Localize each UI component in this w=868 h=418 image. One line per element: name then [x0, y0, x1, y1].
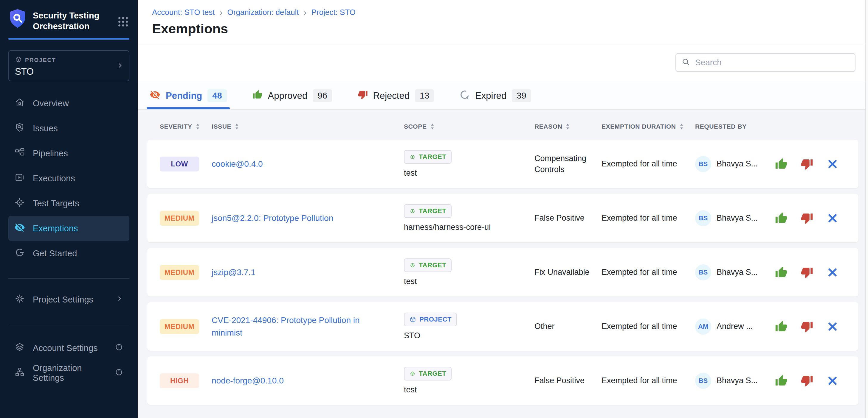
app-title: Security Testing Orchestration: [33, 8, 104, 32]
breadcrumb-project-link[interactable]: Project: STO: [311, 8, 355, 17]
table-row: MEDIUM json5@2.2.0: Prototype Pollution …: [147, 194, 859, 242]
issue-link[interactable]: CVE-2021-44906: Prototype Pollution in m…: [212, 314, 391, 339]
app-grid-icon[interactable]: [118, 17, 128, 28]
approve-button[interactable]: [775, 266, 788, 279]
severity-badge: MEDIUM: [160, 265, 199, 280]
sidebar-item-label: Executions: [33, 174, 75, 183]
issue-link[interactable]: json5@2.2.0: Prototype Pollution: [212, 212, 333, 224]
reject-button[interactable]: [800, 212, 813, 225]
tab-count-badge: 48: [208, 89, 226, 102]
requester-name: Bhavya S...: [717, 213, 758, 223]
sidebar-item-get-started[interactable]: Get Started: [8, 241, 129, 266]
chevron-right-icon: ›: [220, 9, 223, 16]
requester-name: Bhavya S...: [717, 376, 758, 385]
column-header-reason[interactable]: REASON: [534, 123, 601, 130]
exemption-duration: Exempted for all time: [601, 213, 695, 223]
cancel-button[interactable]: [826, 158, 839, 171]
sidebar-item-label: Account Settings: [33, 343, 98, 353]
breadcrumb: Account: STO test › Organization: defaul…: [152, 8, 854, 17]
cancel-button[interactable]: [826, 212, 839, 225]
tab-count-badge: 96: [313, 89, 332, 102]
scope-badge: TARGET: [404, 258, 452, 272]
issue-cell: json5@2.2.0: Prototype Pollution: [212, 212, 404, 224]
thumb-up-icon: [775, 212, 787, 224]
issue-link[interactable]: cookie@0.4.0: [212, 158, 263, 170]
approve-button[interactable]: [775, 158, 788, 171]
approve-button[interactable]: [775, 212, 788, 225]
sidebar-item-test-targets[interactable]: Test Targets: [8, 191, 129, 216]
thumb-down-icon: [358, 90, 368, 102]
sidebar-item-label: Test Targets: [33, 199, 79, 208]
scrollbar[interactable]: [865, 0, 868, 418]
tab-approved[interactable]: Approved 96: [252, 82, 332, 109]
page-title: Exemptions: [152, 21, 854, 37]
sto-shield-logo-icon: [8, 8, 27, 30]
info-icon[interactable]: [115, 343, 123, 354]
table-header: SEVERITY ISSUE SCOPE REASON EXEMPTION DU…: [147, 110, 859, 140]
sidebar-item-issues[interactable]: Issues: [8, 116, 129, 141]
sidebar-item-exemptions[interactable]: Exemptions: [8, 216, 129, 241]
requester-name: Andrew ...: [717, 322, 753, 331]
close-icon: [827, 158, 838, 170]
close-icon: [827, 375, 838, 387]
issue-link[interactable]: node-forge@0.10.0: [212, 375, 284, 387]
search-input[interactable]: [695, 58, 849, 67]
column-header-exemption-duration[interactable]: EXEMPTION DURATION: [601, 123, 695, 130]
info-icon[interactable]: [115, 368, 123, 379]
sidebar-item-executions[interactable]: Executions: [8, 166, 129, 191]
sidebar-item-project-settings[interactable]: Project Settings: [8, 287, 129, 312]
cube-icon: [15, 56, 22, 64]
sidebar-item-label: Project Settings: [33, 295, 93, 305]
reject-button[interactable]: [800, 266, 813, 279]
cancel-button[interactable]: [826, 374, 839, 387]
breadcrumb-organization-link[interactable]: Organization: default: [227, 8, 299, 17]
scope-type-label: PROJECT: [420, 316, 452, 323]
tab-label: Approved: [268, 91, 308, 101]
toolbar: [138, 43, 868, 82]
project-selector-label: PROJECT: [25, 57, 56, 63]
sidebar-item-account-settings[interactable]: Account Settings: [8, 336, 129, 360]
severity-cell: HIGH: [160, 373, 212, 388]
project-selector[interactable]: PROJECT STO: [8, 50, 129, 81]
cancel-button[interactable]: [826, 266, 839, 279]
reason: Compensating Controls: [534, 153, 598, 175]
tab-pending[interactable]: Pending 48: [150, 82, 227, 109]
column-header-issue[interactable]: ISSUE: [212, 123, 404, 130]
column-header-severity[interactable]: SEVERITY: [160, 123, 212, 130]
reject-button[interactable]: [800, 158, 813, 171]
reject-button[interactable]: [800, 374, 813, 387]
tab-count-badge: 39: [512, 89, 531, 102]
sidebar-item-overview[interactable]: Overview: [8, 91, 129, 116]
approve-button[interactable]: [775, 320, 788, 333]
project-selector-value: STO: [15, 66, 123, 77]
sidebar-item-pipelines[interactable]: Pipelines: [8, 141, 129, 166]
avatar: BS: [695, 265, 711, 280]
thumb-down-icon: [801, 375, 813, 387]
reject-button[interactable]: [800, 320, 813, 333]
tab-expired[interactable]: Expired 39: [460, 82, 531, 109]
layers-icon: [14, 342, 25, 355]
table-row: MEDIUM jszip@3.7.1 TARGET test Fix Unava…: [147, 248, 859, 297]
breadcrumb-account-link[interactable]: Account: STO test: [152, 8, 215, 17]
requested-by-cell: BS Bhavya S...: [695, 265, 769, 280]
sidebar-item-organization-settings[interactable]: Organization Settings: [8, 360, 129, 386]
column-header-scope[interactable]: SCOPE: [404, 123, 534, 130]
avatar: BS: [695, 210, 711, 226]
search-box[interactable]: [676, 53, 856, 72]
target-scope-icon: [409, 262, 416, 269]
approve-button[interactable]: [775, 374, 788, 387]
sidebar-item-label: Issues: [33, 124, 58, 133]
target-scope-icon: [409, 370, 416, 377]
severity-cell: MEDIUM: [160, 265, 212, 280]
sort-icon: [235, 123, 239, 130]
table-row: MEDIUM CVE-2021-44906: Prototype Polluti…: [147, 302, 859, 351]
sidebar-item-label: Overview: [33, 99, 69, 108]
scope-cell: PROJECT STO: [404, 313, 534, 340]
issue-link[interactable]: jszip@3.7.1: [212, 266, 255, 279]
cancel-button[interactable]: [826, 320, 839, 333]
tab-bar: Pending 48 Approved 96 Rejected 13: [138, 82, 868, 110]
scope-name: STO: [404, 331, 420, 340]
tab-rejected[interactable]: Rejected 13: [358, 82, 434, 109]
sidebar-item-label: Organization Settings: [33, 363, 107, 383]
scope-name: harness/harness-core-ui: [404, 223, 491, 232]
